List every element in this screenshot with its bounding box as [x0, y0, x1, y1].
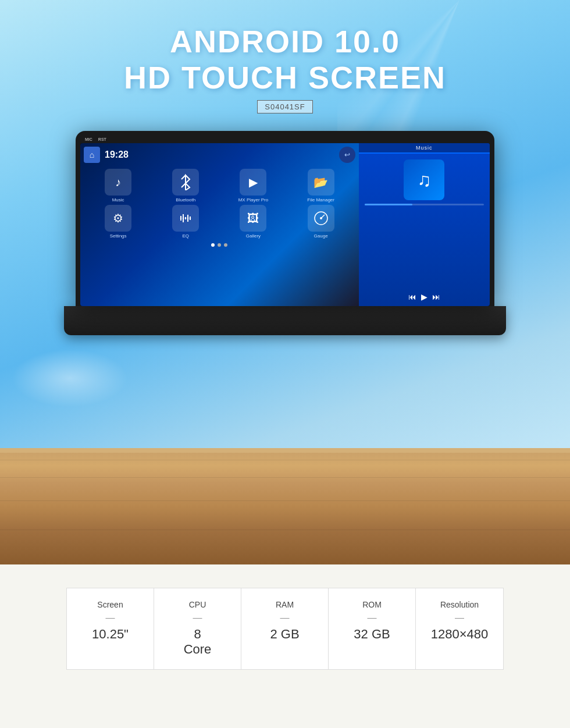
gauge-app-icon: [308, 205, 334, 232]
mxplayer-app-label: MX Player Pro: [238, 197, 269, 203]
title-line2: HD TOUCH SCREEN: [124, 59, 446, 95]
title-block: ANDROID 10.0 HD TOUCH SCREEN S04041SF: [124, 23, 446, 113]
home-button[interactable]: ⌂: [84, 147, 100, 163]
mic-label: MIC: [85, 137, 92, 141]
app-gauge[interactable]: Gauge: [289, 205, 353, 239]
dot-1: [211, 243, 215, 247]
mxplayer-app-icon: ▶: [240, 169, 266, 196]
music-album-art: ♫: [404, 159, 444, 200]
time-display: 19:28: [105, 150, 129, 160]
music-note-icon: ♫: [417, 169, 431, 191]
spec-cpu: CPU — 8 Core: [154, 588, 241, 669]
settings-app-label: Settings: [110, 233, 127, 239]
app-music[interactable]: ♪ Music: [86, 169, 150, 203]
wood-grain-1: [0, 460, 570, 460]
filemanager-app-icon: 📂: [308, 169, 334, 196]
sky-background: ANDROID 10.0 HD TOUCH SCREEN S04041SF MI…: [0, 0, 570, 466]
page-dots: [84, 243, 355, 247]
filemanager-app-label: File Manager: [307, 197, 334, 203]
wood-grain-3: [0, 500, 570, 501]
dot-2: [218, 243, 221, 247]
music-progress-fill: [365, 204, 412, 205]
prev-track-button[interactable]: ⏮: [408, 292, 416, 301]
spec-resolution-label: Resolution: [440, 600, 479, 609]
wood-grain-2: [0, 477, 570, 478]
spec-rom-divider: —: [368, 613, 377, 623]
gauge-app-label: Gauge: [314, 233, 328, 239]
settings-app-icon: ⚙: [105, 205, 131, 232]
spec-ram-divider: —: [280, 613, 290, 623]
spec-rom: ROM — 32 GB: [329, 588, 416, 669]
spec-screen-label: Screen: [97, 600, 123, 609]
wood-table: [0, 448, 570, 564]
spec-ram-label: RAM: [276, 600, 294, 609]
clouds-decoration: [12, 349, 128, 407]
spec-resolution: Resolution — 1280×480: [416, 588, 503, 669]
spec-ram-value: 2 GB: [270, 627, 299, 642]
app-grid-row2: ⚙ Settings: [84, 203, 355, 239]
spec-cpu-divider: —: [193, 613, 202, 623]
device-base: [64, 306, 506, 335]
device-screen: ⌂ 19:28 ↩ ♪ Music: [80, 143, 490, 306]
specs-section: Screen — 10.25" CPU — 8 Core RAM — 2 GB …: [0, 564, 570, 728]
screen-top-bar: ⌂ 19:28 ↩: [84, 147, 355, 163]
app-gallery[interactable]: 🖼 Gallery: [221, 205, 285, 239]
app-mxplayer[interactable]: ▶ MX Player Pro: [221, 169, 285, 203]
screen-left-panel: ⌂ 19:28 ↩ ♪ Music: [80, 143, 359, 306]
music-controls: ⏮ ▶ ⏭: [359, 292, 490, 306]
model-badge: S04041SF: [257, 100, 312, 113]
rst-label: RST: [98, 137, 106, 141]
music-tab: Music: [359, 143, 490, 154]
device-shell: MIC RST ⌂ 19:28 ↩ ♪: [76, 131, 494, 306]
music-app-label: Music: [112, 197, 124, 203]
spec-resolution-value: 1280×480: [431, 627, 489, 642]
table-edge: [0, 448, 570, 453]
device-wrapper: MIC RST ⌂ 19:28 ↩ ♪: [64, 131, 506, 335]
screen-right-panel: Music ♫ ⏮ ▶ ⏭: [359, 143, 490, 306]
spec-cpu-value: 8 Core: [184, 627, 212, 658]
back-button[interactable]: ↩: [339, 147, 355, 163]
play-pause-button[interactable]: ▶: [421, 292, 428, 301]
title-line1: ANDROID 10.0: [124, 23, 446, 59]
eq-app-label: EQ: [182, 233, 189, 239]
wood-grain-4: [0, 530, 570, 530]
music-progress-bar: [365, 204, 484, 205]
bluetooth-app-label: Bluetooth: [176, 197, 195, 203]
dot-3: [224, 243, 227, 247]
app-settings[interactable]: ⚙ Settings: [86, 205, 150, 239]
app-grid-row1: ♪ Music Bluetooth ▶: [84, 169, 355, 203]
gallery-app-icon: 🖼: [240, 205, 266, 232]
next-track-button[interactable]: ⏭: [432, 292, 440, 301]
app-filemanager[interactable]: 📂 File Manager: [289, 169, 353, 203]
specs-grid: Screen — 10.25" CPU — 8 Core RAM — 2 GB …: [66, 588, 504, 670]
svg-point-7: [320, 217, 322, 219]
spec-resolution-divider: —: [455, 613, 464, 623]
app-eq[interactable]: EQ: [154, 205, 218, 239]
spec-screen-divider: —: [106, 613, 115, 623]
eq-app-icon: [172, 205, 199, 232]
spec-rom-label: ROM: [362, 600, 382, 609]
spec-rom-value: 32 GB: [354, 627, 390, 642]
spec-ram: RAM — 2 GB: [241, 588, 329, 669]
device-top-bar: MIC RST: [80, 136, 490, 143]
spec-screen-value: 10.25": [92, 627, 129, 642]
music-app-icon: ♪: [105, 169, 131, 196]
spec-cpu-label: CPU: [189, 600, 206, 609]
app-bluetooth[interactable]: Bluetooth: [154, 169, 218, 203]
gallery-app-label: Gallery: [246, 233, 261, 239]
spec-screen: Screen — 10.25": [67, 588, 154, 669]
bluetooth-app-icon: [172, 169, 199, 196]
